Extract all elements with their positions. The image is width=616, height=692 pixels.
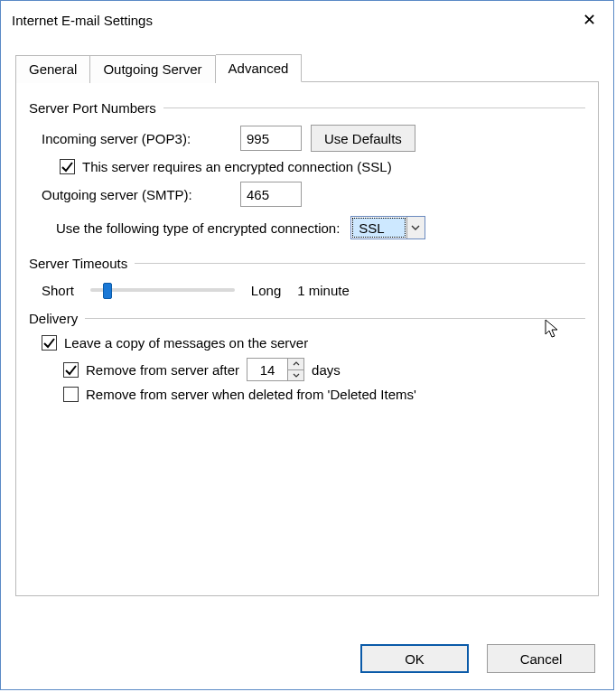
row-incoming-server: Incoming server (POP3): Use Defaults [42, 125, 585, 152]
encryption-type-label: Use the following type of encrypted conn… [56, 220, 340, 236]
row-ssl-required: This server requires an encrypted connec… [60, 159, 585, 174]
outgoing-port-input[interactable] [240, 182, 302, 207]
row-remove-after: Remove from server after days [63, 358, 585, 381]
spinner-up-button[interactable] [288, 359, 303, 369]
slider-thumb[interactable] [103, 283, 112, 299]
remove-after-days-spinner[interactable] [247, 358, 304, 381]
timeout-value-label: 1 minute [297, 283, 350, 298]
close-icon[interactable]: ✕ [574, 5, 604, 35]
use-defaults-button[interactable]: Use Defaults [311, 125, 415, 152]
group-delivery: Delivery [29, 311, 585, 326]
title-bar: Internet E-mail Settings ✕ [1, 1, 613, 39]
chevron-up-icon [293, 361, 300, 366]
encryption-type-dropdown[interactable]: SSL [350, 216, 425, 239]
group-heading-rule [135, 263, 585, 264]
timeout-short-label: Short [42, 283, 74, 298]
chevron-down-icon [293, 373, 300, 378]
days-label: days [312, 362, 341, 378]
window-title: Internet E-mail Settings [12, 13, 153, 28]
remove-after-checkbox[interactable] [63, 362, 79, 378]
check-icon [43, 337, 55, 349]
dialog-window: Internet E-mail Settings ✕ General Outgo… [0, 0, 614, 690]
leave-copy-checkbox[interactable] [42, 335, 57, 351]
timeout-slider[interactable] [90, 280, 235, 300]
chevron-down-icon [406, 217, 425, 238]
group-heading-label: Server Timeouts [29, 256, 127, 271]
row-encryption-type: Use the following type of encrypted conn… [56, 216, 585, 239]
ok-button[interactable]: OK [360, 644, 469, 673]
remove-after-label: Remove from server after [86, 362, 239, 378]
row-leave-copy: Leave a copy of messages on the server [42, 335, 585, 351]
spinner-arrows [287, 359, 303, 380]
tab-advanced[interactable]: Advanced [216, 54, 303, 82]
timeout-long-label: Long [251, 283, 281, 298]
cancel-button[interactable]: Cancel [487, 644, 595, 673]
tab-outgoing-server[interactable]: Outgoing Server [90, 55, 215, 83]
ssl-required-checkbox[interactable] [60, 159, 75, 174]
check-icon [61, 161, 73, 173]
group-heading-label: Server Port Numbers [29, 100, 156, 116]
row-remove-when-deleted: Remove from server when deleted from 'De… [63, 387, 585, 402]
group-server-timeouts: Server Timeouts [29, 256, 585, 271]
group-heading-rule [85, 318, 585, 319]
group-heading-rule [163, 108, 585, 108]
dialog-footer: OK Cancel [1, 631, 613, 689]
incoming-server-label: Incoming server (POP3): [42, 131, 231, 146]
group-heading-label: Delivery [29, 311, 78, 326]
outgoing-server-label: Outgoing server (SMTP): [42, 187, 231, 202]
slider-track [90, 288, 235, 292]
row-outgoing-server: Outgoing server (SMTP): [42, 182, 585, 207]
remove-after-days-input[interactable] [247, 359, 287, 380]
tab-general[interactable]: General [15, 55, 90, 83]
group-server-port-numbers: Server Port Numbers [29, 100, 585, 116]
encryption-type-value: SSL [352, 218, 405, 238]
tab-strip: General Outgoing Server Advanced [15, 53, 599, 81]
ssl-required-label: This server requires an encrypted connec… [82, 159, 392, 174]
tab-container: General Outgoing Server Advanced Server … [1, 39, 613, 596]
row-timeout-slider: Short Long 1 minute [42, 280, 585, 300]
spinner-down-button[interactable] [288, 369, 303, 381]
remove-when-deleted-label: Remove from server when deleted from 'De… [86, 387, 416, 402]
incoming-port-input[interactable] [240, 126, 302, 151]
remove-when-deleted-checkbox[interactable] [63, 387, 79, 402]
tab-panel-advanced: Server Port Numbers Incoming server (POP… [15, 81, 599, 596]
leave-copy-label: Leave a copy of messages on the server [64, 335, 308, 351]
check-icon [65, 364, 77, 376]
